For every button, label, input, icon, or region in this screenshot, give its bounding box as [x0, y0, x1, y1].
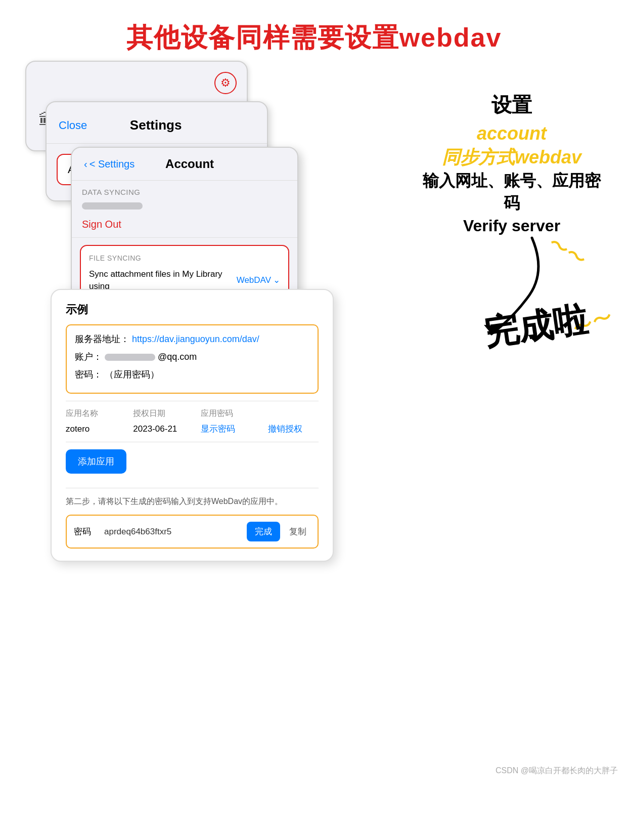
- server-url: https://dav.jianguoyun.com/dav/: [132, 334, 259, 344]
- gear-icon: ⚙: [220, 76, 231, 90]
- server-label: 服务器地址：: [75, 334, 129, 344]
- revoke-button[interactable]: 撤销授权: [268, 423, 319, 435]
- example-title: 示例: [66, 302, 319, 317]
- close-button[interactable]: Close: [59, 119, 87, 132]
- app-name-value: zotero: [66, 424, 133, 434]
- pwd-label: 密码: [74, 526, 99, 537]
- back-label: < Settings: [89, 158, 135, 170]
- example-card: 示例 服务器地址： https://dav.jianguoyun.com/dav…: [51, 289, 334, 562]
- divider-3: [66, 488, 319, 488]
- pwd-value: aprdeq64b63ftxr5: [104, 527, 242, 537]
- add-app-button[interactable]: 添加应用: [66, 449, 126, 474]
- annotation-line3: 输入网址、账号、应用密码: [416, 170, 608, 215]
- account-label-ex: 账户：: [75, 352, 102, 362]
- divider-2: [66, 442, 319, 442]
- account-suffix: @qq.com: [158, 352, 197, 362]
- right-annotations: 设置 account 同步方式webdav 输入网址、账号、应用密码 Verif…: [416, 91, 608, 237]
- password-hint: （应用密码）: [105, 369, 159, 380]
- col-app-name: 应用名称: [66, 408, 133, 419]
- file-syncing-label: FILE SYNCING: [89, 254, 280, 262]
- done-button[interactable]: 完成: [247, 522, 280, 541]
- gear-button[interactable]: ⚙: [214, 72, 237, 94]
- step-text: 第二步，请将以下生成的密码输入到支持WebDav的应用中。: [66, 495, 319, 508]
- dropdown-icon: ⌄: [273, 275, 280, 285]
- col-password: 应用密码: [201, 408, 268, 419]
- col-action: [268, 408, 319, 419]
- password-input-row: 密码 aprdeq64b63ftxr5 完成 复制: [66, 515, 319, 549]
- example-highlight-box: 服务器地址： https://dav.jianguoyun.com/dav/ 账…: [66, 324, 319, 394]
- page-title: 其他设备同样需要设置webdav: [0, 0, 628, 71]
- sync-progress-bar: [82, 202, 143, 209]
- table-header: 应用名称 授权日期 应用密码: [66, 408, 319, 419]
- copy-button[interactable]: 复制: [285, 524, 310, 539]
- chevron-left-icon: ‹: [84, 158, 87, 170]
- account-bar: [105, 354, 155, 361]
- password-label-ex: 密码：: [75, 369, 102, 380]
- annotation-title: 设置: [416, 91, 608, 119]
- webdav-label: WebDAV: [237, 275, 271, 285]
- back-button[interactable]: ‹ < Settings: [84, 158, 134, 170]
- annotation-line1: account: [416, 122, 608, 146]
- col-date: 授权日期: [133, 408, 200, 419]
- data-syncing-label: DATA SYNCING: [72, 181, 297, 199]
- footer-text: CSDN @喝凉白开都长肉的大胖子: [496, 766, 618, 776]
- account-page-title: Account: [165, 157, 214, 171]
- show-password-button[interactable]: 显示密码: [201, 423, 268, 435]
- webdav-selector[interactable]: WebDAV ⌄: [237, 275, 280, 285]
- table-row: zotero 2023-06-21 显示密码 撤销授权: [66, 423, 319, 435]
- settings-title: Settings: [130, 117, 182, 133]
- annotation-line2: 同步方式webdav: [416, 146, 608, 170]
- divider: [66, 401, 319, 401]
- sign-out-button[interactable]: Sign Out: [72, 215, 297, 238]
- date-value: 2023-06-21: [133, 424, 200, 434]
